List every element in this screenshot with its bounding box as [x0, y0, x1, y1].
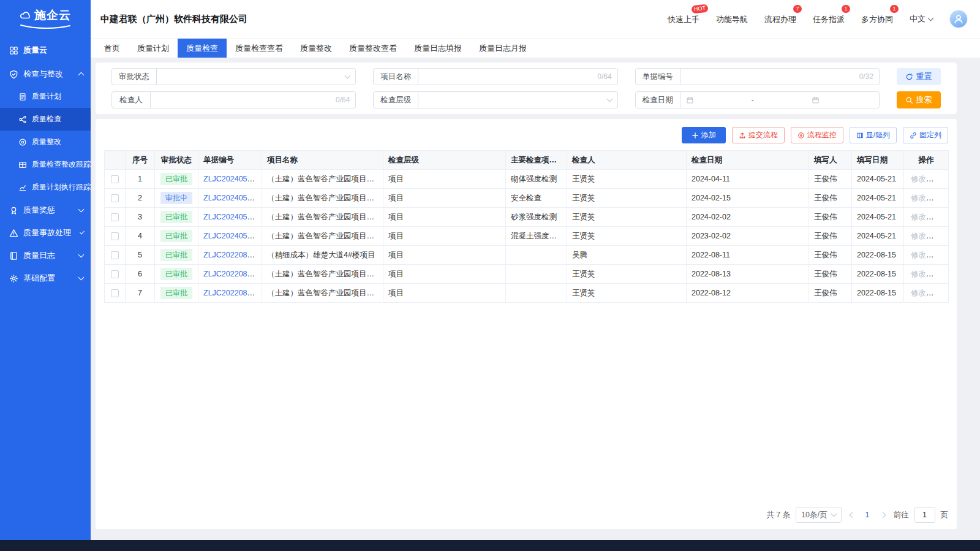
chevron-down-icon — [345, 73, 351, 79]
inspection-level-select[interactable] — [418, 91, 617, 108]
nav-collaboration[interactable]: 多方协同 1 — [861, 13, 893, 25]
col-actions: 操作 — [904, 151, 949, 170]
edit-link[interactable]: 修改 — [911, 213, 926, 221]
doc-no-input[interactable]: 0/32 — [680, 68, 880, 85]
edit-link[interactable]: 修改 — [911, 232, 926, 240]
page-size-select[interactable]: 10条/页 — [796, 507, 841, 523]
target-icon — [18, 137, 27, 146]
flow-monitor-button[interactable]: 流程监控 — [791, 127, 843, 143]
tab-quality-log-monthly[interactable]: 质量日志月报 — [470, 39, 535, 58]
sidebar-group-quality-reward[interactable]: 质量奖惩 — [0, 199, 91, 221]
row-checkbox[interactable] — [111, 232, 119, 240]
doc-no-link[interactable]: ZLJC2022080172 — [203, 289, 262, 297]
sidebar-item-quality-cloud[interactable]: 质量云 — [0, 38, 91, 63]
row-checkbox[interactable] — [111, 251, 119, 259]
logo-text: 施企云 — [34, 7, 71, 23]
tab-quality-plan[interactable]: 质量计划 — [129, 39, 178, 58]
add-button[interactable]: 添加 — [682, 127, 726, 143]
table-row[interactable]: 2 审批中 ZLJC2024050445 （土建）蓝色智谷产业园项目施工总承..… — [105, 189, 949, 208]
fixed-columns-button[interactable]: 固定列 — [903, 127, 948, 143]
sidebar-group-inspection-rectify[interactable]: 检查与整改 — [0, 63, 91, 85]
edit-link[interactable]: 修改 — [911, 251, 926, 259]
table-row[interactable]: 1 已审批 ZLJC2024050446 （土建）蓝色智谷产业园项目施工总承..… — [105, 170, 949, 189]
next-page-button[interactable] — [878, 513, 888, 517]
row-checkbox[interactable] — [111, 289, 119, 297]
tab-label: 质量检查查看 — [235, 43, 283, 54]
doc-no-link[interactable]: ZLJC2024050444 — [203, 213, 262, 221]
edit-link[interactable]: 修改 — [911, 289, 926, 297]
tab-quality-rectify[interactable]: 质量整改 — [292, 39, 341, 58]
sidebar-item-quality-rectify[interactable]: 质量整改 — [0, 131, 91, 153]
table-row[interactable]: 5 已审批 ZLJC2022080174 （精细成本）雄楚大道4#楼项目 项目 … — [105, 246, 949, 265]
table-toolbar: 添加 提交流程 流程监控 显/隐列 — [104, 119, 948, 150]
language-switcher[interactable]: 中文 — [910, 13, 933, 25]
sidebar-item-quality-inspection[interactable]: 质量检查 — [0, 108, 91, 131]
row-checkbox[interactable] — [111, 194, 119, 202]
project-name-input[interactable]: 0/64 — [418, 68, 617, 85]
doc-no-link[interactable]: ZLJC2024050446 — [203, 175, 262, 183]
goto-page-input[interactable] — [914, 507, 935, 523]
tab-quality-rectify-view[interactable]: 质量整改查看 — [341, 39, 405, 58]
show-hide-columns-button[interactable]: 显/隐列 — [850, 127, 897, 143]
table-panel: 添加 提交流程 流程监控 显/隐列 — [96, 119, 957, 529]
show-hide-columns-label: 显/隐列 — [866, 130, 890, 140]
sidebar-group-base-config[interactable]: 基础配置 — [0, 267, 91, 289]
row-checkbox[interactable] — [111, 270, 119, 278]
tab-quality-log-fill[interactable]: 质量日志填报 — [405, 39, 470, 58]
page-unit-label: 页 — [941, 510, 949, 520]
nav-task-assign[interactable]: 任务指派 1 — [813, 13, 845, 25]
table-row[interactable]: 4 已审批 ZLJC2024050443 （土建）蓝色智谷产业园项目施工总承..… — [105, 227, 949, 246]
table-row[interactable]: 6 已审批 ZLJC2022080173 （土建）蓝色智谷产业园项目施工总承..… — [105, 265, 949, 284]
sidebar-item-inspection-rectify-track[interactable]: 质量检查整改跟踪 — [0, 153, 91, 176]
tab-quality-inspection-view[interactable]: 质量检查查看 — [227, 39, 292, 58]
cell-project: （土建）蓝色智谷产业园项目施工总承... — [262, 227, 383, 246]
sidebar-item-label: 质量计划执行跟踪 — [32, 182, 91, 192]
status-badge: 已审批 — [160, 230, 192, 241]
doc-no-link[interactable]: ZLJC2022080174 — [203, 251, 262, 259]
sidebar-item-quality-plan[interactable]: 质量计划 — [0, 85, 91, 108]
table-row[interactable]: 3 已审批 ZLJC2024050444 （土建）蓝色智谷产业园项目施工总承..… — [105, 208, 949, 227]
current-page[interactable]: 1 — [863, 511, 872, 519]
edit-link[interactable]: 修改 — [911, 175, 926, 183]
reset-label: 重置 — [916, 71, 932, 82]
cell-writer: 王俊伟 — [809, 170, 852, 189]
doc-no-link[interactable]: ZLJC2024050445 — [203, 194, 262, 202]
inspector-input[interactable]: 0/64 — [150, 91, 356, 108]
tab-home[interactable]: 首页 — [96, 39, 129, 58]
nav-process-handling[interactable]: 流程办理 7 — [764, 13, 796, 25]
cell-check-date: 2024-02-02 — [687, 208, 809, 227]
edit-link[interactable]: 修改 — [911, 194, 926, 202]
search-button[interactable]: 搜索 — [897, 91, 941, 108]
tab-label: 质量日志月报 — [479, 43, 527, 54]
status-badge: 审批中 — [160, 192, 192, 203]
inspection-date-range[interactable]: - — [680, 91, 880, 108]
sidebar-item-plan-execution-track[interactable]: 质量计划执行跟踪 — [0, 176, 91, 199]
col-index: 序号 — [126, 151, 155, 170]
approval-status-field: 审批状态 — [111, 68, 356, 85]
sidebar-group-quality-log[interactable]: 质量日志 — [0, 244, 91, 267]
prev-page-button[interactable] — [847, 513, 858, 517]
edit-link[interactable]: 修改 — [911, 270, 926, 278]
chevron-down-icon — [80, 229, 85, 234]
sidebar-group-quality-accident[interactable]: 质量事故处理 — [0, 221, 91, 244]
nav-quick-start[interactable]: 快速上手 HOT — [668, 13, 699, 25]
col-level: 检查层级 — [383, 151, 506, 170]
doc-no-link[interactable]: ZLJC2024050443 — [203, 232, 262, 240]
doc-no-link[interactable]: ZLJC2022080173 — [203, 270, 262, 278]
row-checkbox[interactable] — [111, 175, 119, 183]
nav-feature-guide[interactable]: 功能导航 — [716, 13, 748, 25]
cell-item — [506, 265, 567, 284]
project-name-field: 项目名称 0/64 — [373, 68, 617, 85]
cell-inspector: 吴腾 — [567, 246, 687, 265]
table-row[interactable]: 7 已审批 ZLJC2022080172 （土建）蓝色智谷产业园项目施工总承..… — [105, 284, 949, 303]
search-icon — [905, 96, 913, 104]
col-status: 审批状态 — [155, 151, 198, 170]
tab-quality-inspection[interactable]: 质量检查 — [178, 39, 227, 58]
reset-button[interactable]: 重置 — [897, 68, 941, 85]
approval-status-select[interactable] — [156, 68, 356, 85]
app-logo[interactable]: 施企云 — [0, 0, 91, 36]
chevron-down-icon — [606, 96, 612, 102]
submit-flow-button[interactable]: 提交流程 — [732, 127, 785, 143]
row-checkbox[interactable] — [111, 213, 119, 221]
avatar[interactable] — [949, 10, 968, 28]
